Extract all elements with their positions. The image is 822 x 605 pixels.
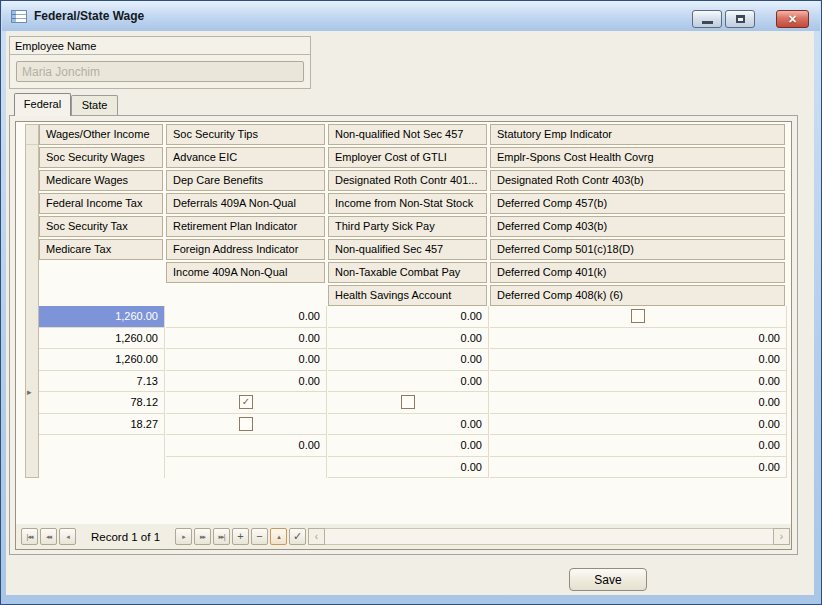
column-header[interactable]: Non-qualified Not Sec 457 <box>328 124 487 145</box>
column-header[interactable]: Deferred Comp 401(k) <box>490 262 785 283</box>
column-header[interactable]: Deferred Comp 408(k) (6) <box>490 285 785 306</box>
record-navigator: |◂◂◂◂◂Record 1 of 1▸▸▸▸▸|+−▴✓✗ ‹ › <box>16 524 791 549</box>
checkbox[interactable] <box>239 417 253 431</box>
column-separator <box>164 306 165 478</box>
column-header[interactable]: Wages/Other Income <box>39 124 163 145</box>
column-header[interactable]: Medicare Wages <box>39 170 163 191</box>
grid-cell[interactable]: 0.00 <box>166 328 326 350</box>
employee-name-caption: Employee Name <box>10 37 310 55</box>
column-header[interactable]: Soc Security Tips <box>166 124 325 145</box>
form-icon <box>11 10 27 23</box>
grid-cell[interactable]: 78.12 <box>39 392 164 414</box>
save-button[interactable]: Save <box>569 568 647 591</box>
grid-cell[interactable]: 18.27 <box>39 414 164 436</box>
column-header[interactable]: Statutory Emp Indicator <box>490 124 785 145</box>
column-header[interactable]: Soc Security Tax <box>39 216 163 237</box>
column-separator <box>326 306 327 478</box>
column-header[interactable]: Income from Non-Stat Stock <box>328 193 487 214</box>
grid-cell[interactable]: 0.00 <box>328 457 488 479</box>
tab-state[interactable]: State <box>71 95 118 116</box>
grid-cell[interactable]: 1,260.00 <box>39 306 164 328</box>
checkbox[interactable] <box>401 395 415 409</box>
nav-next-page-button[interactable]: ▸▸ <box>194 528 211 545</box>
column-header[interactable]: Deferred Comp 457(b) <box>490 193 785 214</box>
column-header[interactable]: Deferred Comp 501(c)18(D) <box>490 239 785 260</box>
grid-cell[interactable]: 1,260.00 <box>39 349 164 371</box>
scroll-left-icon[interactable]: ‹ <box>308 528 325 545</box>
column-header[interactable]: Foreign Address Indicator <box>166 239 325 260</box>
window: Federal/State Wage × Employee Name Feder… <box>0 0 822 605</box>
grid-cell[interactable]: 0.00 <box>166 371 326 393</box>
scroll-right-icon[interactable]: › <box>773 528 790 545</box>
nav-first-button[interactable]: |◂◂ <box>21 528 38 545</box>
column-separator <box>786 306 787 478</box>
grid-cell-checkbox[interactable] <box>166 414 326 436</box>
checkbox[interactable]: ✓ <box>239 395 253 409</box>
grid-cell[interactable]: 0.00 <box>490 328 786 350</box>
column-header[interactable]: Income 409A Non-Qual <box>166 262 325 283</box>
row-indicator-icon: ▸ <box>27 387 32 397</box>
nav-next-button[interactable]: ▸ <box>175 528 192 545</box>
column-header[interactable]: Health Savings Account <box>328 285 487 306</box>
federal-tab-page: ▸ |◂◂◂◂◂Record 1 of 1▸▸▸▸▸|+−▴✓✗ ‹ › Wag… <box>9 115 798 555</box>
record-selector-strip[interactable]: ▸ <box>25 124 39 478</box>
column-header[interactable]: Non-qualified Sec 457 <box>328 239 487 260</box>
scrollbar-track[interactable] <box>325 528 773 545</box>
grid-cell[interactable]: 1,260.00 <box>39 328 164 350</box>
grid-cell-checkbox[interactable]: ✓ <box>166 392 326 414</box>
grid-cell[interactable]: 0.00 <box>166 435 326 457</box>
column-header[interactable]: Non-Taxable Combat Pay <box>328 262 487 283</box>
minimize-icon <box>702 21 713 24</box>
column-header[interactable]: Medicare Tax <box>39 239 163 260</box>
grid-cell[interactable]: 0.00 <box>490 349 786 371</box>
grid-cell[interactable]: 0.00 <box>328 435 488 457</box>
grid-cell[interactable]: 7.13 <box>39 371 164 393</box>
grid-cell-checkbox[interactable] <box>328 392 488 414</box>
nav-append-button[interactable]: + <box>232 528 249 545</box>
client-area: Employee Name Federal State ▸ |◂◂◂◂◂Reco… <box>6 31 814 595</box>
column-header[interactable]: Soc Security Wages <box>39 147 163 168</box>
nav-last-button[interactable]: ▸▸| <box>213 528 230 545</box>
grid-cell[interactable]: 0.00 <box>490 457 786 479</box>
window-title: Federal/State Wage <box>34 9 144 23</box>
nav-prev-page-button[interactable]: ◂◂ <box>40 528 57 545</box>
minimize-button[interactable] <box>692 10 722 28</box>
column-header[interactable]: Third Party Sick Pay <box>328 216 487 237</box>
column-header[interactable]: Retirement Plan Indicator <box>166 216 325 237</box>
nav-prev-button[interactable]: ◂ <box>59 528 76 545</box>
grid-cell[interactable]: 0.00 <box>328 306 488 328</box>
grid-cell[interactable]: 0.00 <box>328 371 488 393</box>
nav-edit-button[interactable]: ▴ <box>270 528 287 545</box>
employee-name-field <box>16 61 304 82</box>
close-button[interactable]: × <box>776 10 809 28</box>
nav-end-edit-button[interactable]: ✓ <box>289 528 306 545</box>
grid-cell[interactable]: 0.00 <box>328 414 488 436</box>
record-count-label: Record 1 of 1 <box>78 531 173 543</box>
grid-cell[interactable]: 0.00 <box>166 306 326 328</box>
tab-federal[interactable]: Federal <box>14 93 71 116</box>
grid-cell[interactable]: 0.00 <box>166 349 326 371</box>
close-icon: × <box>788 12 796 26</box>
grid-cell[interactable]: 0.00 <box>490 435 786 457</box>
horizontal-scrollbar: ‹ › <box>308 528 790 545</box>
grid-cell[interactable]: 0.00 <box>490 414 786 436</box>
grid-cell[interactable]: 0.00 <box>490 371 786 393</box>
column-header[interactable]: Deferred Comp 403(b) <box>490 216 785 237</box>
column-header[interactable]: Federal Income Tax <box>39 193 163 214</box>
column-header[interactable]: Deferrals 409A Non-Qual <box>166 193 325 214</box>
employee-name-group: Employee Name <box>9 36 311 89</box>
grid-cell[interactable]: 0.00 <box>328 328 488 350</box>
maximize-button[interactable] <box>725 10 755 28</box>
grid-cell[interactable]: 0.00 <box>328 349 488 371</box>
column-header[interactable]: Employer Cost of GTLI <box>328 147 487 168</box>
column-header[interactable]: Dep Care Benefits <box>166 170 325 191</box>
nav-delete-button[interactable]: − <box>251 528 268 545</box>
column-separator <box>488 306 489 478</box>
grid-cell-checkbox[interactable] <box>490 306 786 328</box>
grid-cell[interactable]: 0.00 <box>490 392 786 414</box>
column-header[interactable]: Emplr-Spons Cost Health Covrg <box>490 147 785 168</box>
column-header[interactable]: Designated Roth Contr 401... <box>328 170 487 191</box>
column-header[interactable]: Designated Roth Contr 403(b) <box>490 170 785 191</box>
checkbox[interactable] <box>631 309 645 323</box>
column-header[interactable]: Advance EIC <box>166 147 325 168</box>
